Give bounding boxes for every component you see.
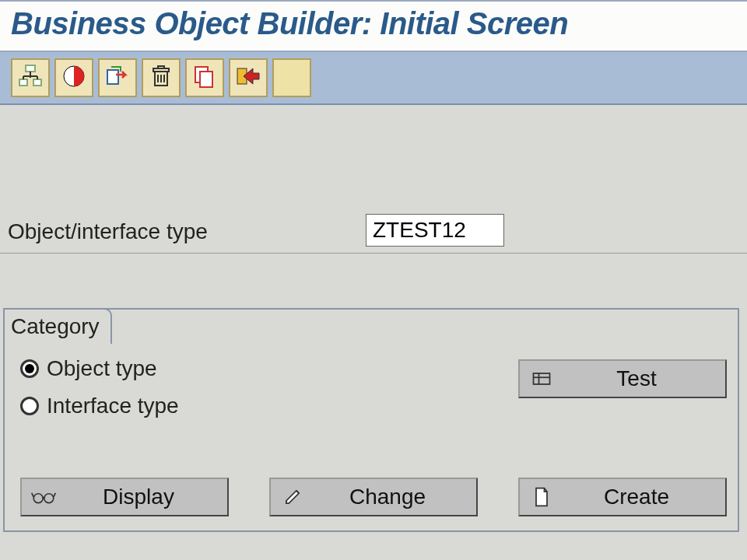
button-label: Display bbox=[58, 485, 219, 509]
forward-icon bbox=[236, 64, 261, 92]
radio-icon bbox=[20, 397, 39, 415]
toolbar-export-button[interactable] bbox=[98, 58, 137, 97]
svg-point-22 bbox=[44, 494, 54, 503]
svg-rect-16 bbox=[200, 72, 212, 87]
document-icon bbox=[528, 486, 556, 508]
object-type-field-row: Object/interface type bbox=[0, 214, 747, 254]
object-type-input[interactable] bbox=[366, 214, 504, 247]
svg-line-24 bbox=[54, 493, 56, 497]
svg-rect-8 bbox=[107, 70, 118, 84]
red-circle-icon bbox=[61, 64, 86, 92]
button-label: Test bbox=[556, 366, 717, 391]
export-icon bbox=[105, 64, 130, 92]
svg-rect-2 bbox=[19, 79, 27, 86]
toolbar-forward-button[interactable] bbox=[229, 58, 268, 97]
object-type-label: Object/interface type bbox=[8, 219, 366, 244]
button-label: Change bbox=[307, 485, 468, 509]
svg-point-21 bbox=[33, 494, 43, 503]
radio-icon bbox=[20, 359, 39, 378]
radio-object-type[interactable]: Object type bbox=[20, 356, 518, 381]
display-button[interactable]: Display bbox=[20, 478, 229, 516]
change-button[interactable]: Change bbox=[269, 478, 478, 516]
svg-rect-0 bbox=[26, 65, 35, 72]
category-tab: Category bbox=[3, 308, 112, 344]
svg-line-23 bbox=[32, 493, 34, 497]
category-panel: Category Object type Interface type Test bbox=[3, 308, 739, 532]
toolbar-delete-button[interactable] bbox=[142, 58, 181, 97]
button-label: Create bbox=[556, 485, 717, 509]
subtype-icon bbox=[18, 64, 43, 92]
create-button[interactable]: Create bbox=[518, 478, 727, 516]
glasses-icon bbox=[30, 488, 58, 506]
toolbar-status-button[interactable] bbox=[54, 58, 93, 97]
title-bar: Business Object Builder: Initial Screen bbox=[0, 0, 747, 52]
page-title: Business Object Builder: Initial Screen bbox=[11, 6, 736, 41]
svg-rect-3 bbox=[33, 79, 41, 86]
svg-rect-14 bbox=[158, 66, 164, 68]
toolbar-copy-button[interactable] bbox=[185, 58, 224, 97]
radio-interface-type[interactable]: Interface type bbox=[20, 394, 518, 418]
test-button[interactable]: Test bbox=[518, 359, 727, 398]
radio-label: Interface type bbox=[47, 394, 179, 418]
pencil-icon bbox=[279, 487, 307, 507]
svg-rect-18 bbox=[534, 373, 550, 384]
test-icon bbox=[528, 368, 556, 390]
toolbar bbox=[0, 52, 747, 105]
toolbar-subtype-button[interactable] bbox=[11, 58, 50, 97]
copy-icon bbox=[192, 64, 217, 92]
radio-label: Object type bbox=[47, 356, 157, 381]
content-area: Object/interface type Category Object ty… bbox=[0, 105, 747, 532]
delete-icon bbox=[149, 64, 174, 92]
toolbar-blank-button[interactable] bbox=[272, 58, 311, 97]
